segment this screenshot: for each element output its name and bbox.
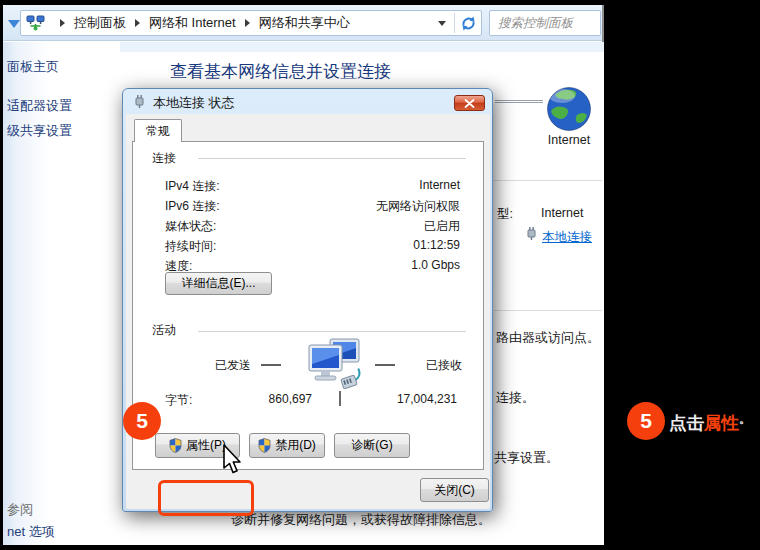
sidebar-item-adapter-settings[interactable]: 适配器设置: [7, 97, 72, 115]
annotation-highlight: 属性: [704, 413, 739, 433]
ipv4-value: Internet: [253, 178, 460, 192]
ipv6-value: 无网络访问权限: [253, 198, 460, 215]
breadcrumb-separator-icon: [135, 19, 140, 27]
properties-button-label: 属性(P): [186, 437, 226, 454]
navigation-toolbar: 控制面板 网络和 Internet 网络和共享中心: [3, 5, 602, 41]
media-state-label: 媒体状态:: [165, 218, 216, 235]
breadcrumb-network-sharing-center[interactable]: 网络和共享中心: [259, 14, 350, 32]
group-separator: [198, 158, 466, 160]
bytes-label: 字节:: [165, 392, 192, 409]
address-dropdown-icon[interactable]: [438, 21, 446, 26]
breadcrumb-separator-icon: [245, 19, 250, 27]
text-fragment-diagnose: 诊断并修复网络问题，或获得故障排除信息。: [231, 511, 569, 529]
text-fragment-connect: 连接。: [496, 389, 535, 407]
ipv4-label: IPv4 连接:: [165, 178, 220, 195]
sidebar-item-internet-options[interactable]: net 选项: [7, 523, 55, 541]
see-also-label: 参阅: [7, 501, 33, 519]
search-input[interactable]: [490, 11, 600, 35]
breadcrumb-control-panel[interactable]: 控制面板: [74, 14, 126, 32]
uac-shield-icon: [169, 438, 182, 453]
bytes-sent-value: 860,697: [212, 392, 312, 406]
properties-button[interactable]: 属性(P): [155, 433, 240, 458]
close-button[interactable]: 关闭(C): [420, 478, 489, 502]
connection-plug-icon: [134, 94, 145, 113]
ipv6-label: IPv6 连接:: [165, 198, 220, 215]
sidebar: 面板主页 适配器设置 级共享设置 参阅 net 选项: [3, 42, 120, 545]
breadcrumb-network-internet[interactable]: 网络和 Internet: [149, 14, 236, 32]
command-bar-strip: [120, 42, 604, 52]
bytes-divider: [339, 391, 341, 406]
disable-button-label: 禁用(D): [275, 437, 316, 454]
network-map-connector: [495, 100, 543, 103]
speed-value: 1.0 Gbps: [253, 258, 460, 272]
local-connection-status-dialog: 本地连接 状态 常规 连接 IPv4 连接: Internet IPv6 连接:…: [122, 88, 493, 512]
activity-group-label: 活动: [152, 322, 176, 339]
address-bar[interactable]: 控制面板 网络和 Internet 网络和共享中心: [20, 10, 482, 36]
step-badge: 5: [627, 402, 665, 440]
text-fragment-sharing: 共享设置。: [494, 449, 559, 467]
step-badge: 5: [123, 402, 161, 440]
sent-label: 已发送: [215, 357, 251, 374]
dialog-title: 本地连接 状态: [153, 94, 235, 112]
internet-globe-icon: [545, 85, 593, 137]
duration-value: 01:12:59: [253, 238, 460, 252]
back-arrow-icon[interactable]: [8, 20, 20, 28]
details-button[interactable]: 详细信息(E)...: [165, 272, 272, 295]
sidebar-item-advanced-sharing[interactable]: 级共享设置: [7, 122, 72, 140]
annotation-text: 点击属性。: [669, 411, 751, 435]
duration-label: 持续时间:: [165, 238, 216, 255]
group-separator: [198, 331, 466, 333]
dialog-titlebar[interactable]: 本地连接 状态: [123, 89, 492, 114]
section-divider: [494, 180, 602, 181]
uac-shield-icon: [258, 438, 271, 453]
network-center-icon: [26, 15, 45, 32]
disable-button[interactable]: 禁用(D): [249, 433, 325, 458]
local-connection-icon: [526, 226, 537, 245]
page-title: 查看基本网络信息并设置连接: [170, 60, 391, 83]
tab-general[interactable]: 常规: [134, 119, 182, 142]
internet-caption: Internet: [539, 133, 599, 147]
connector-dash: [261, 364, 281, 366]
annotation-prefix: 点击: [669, 413, 704, 433]
sidebar-item-control-panel-home[interactable]: 面板主页: [7, 58, 59, 76]
refresh-button[interactable]: [455, 11, 481, 35]
search-box[interactable]: [489, 10, 601, 36]
close-window-button[interactable]: [454, 95, 485, 111]
access-type-label: 型:: [497, 206, 513, 223]
connection-group-label: 连接: [152, 150, 176, 167]
general-tab-page: 连接 IPv4 连接: Internet IPv6 连接: 无网络访问权限 媒体…: [132, 141, 484, 470]
breadcrumb-separator-icon: [60, 19, 65, 27]
media-state-value: 已启用: [253, 218, 460, 235]
refresh-icon: [460, 15, 477, 32]
text-fragment-router: 路由器或访问点。: [496, 329, 600, 347]
local-connection-link[interactable]: 本地连接: [542, 229, 592, 246]
access-type-value: Internet: [541, 206, 583, 220]
annotation-suffix: 。: [739, 412, 751, 426]
bytes-received-value: 17,004,231: [357, 392, 457, 406]
connector-dash: [375, 364, 395, 366]
diagnose-button[interactable]: 诊断(G): [334, 433, 410, 458]
section-divider: [494, 310, 602, 311]
close-icon: [464, 99, 475, 108]
computers-activity-icon: [305, 338, 363, 396]
